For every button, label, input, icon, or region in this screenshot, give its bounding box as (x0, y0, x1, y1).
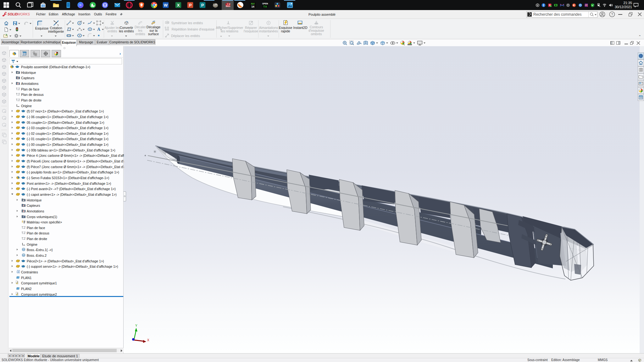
svg-text:X: X (147, 338, 149, 342)
svg-text:Y: Y (135, 324, 137, 327)
svg-text:?: ? (611, 13, 613, 16)
